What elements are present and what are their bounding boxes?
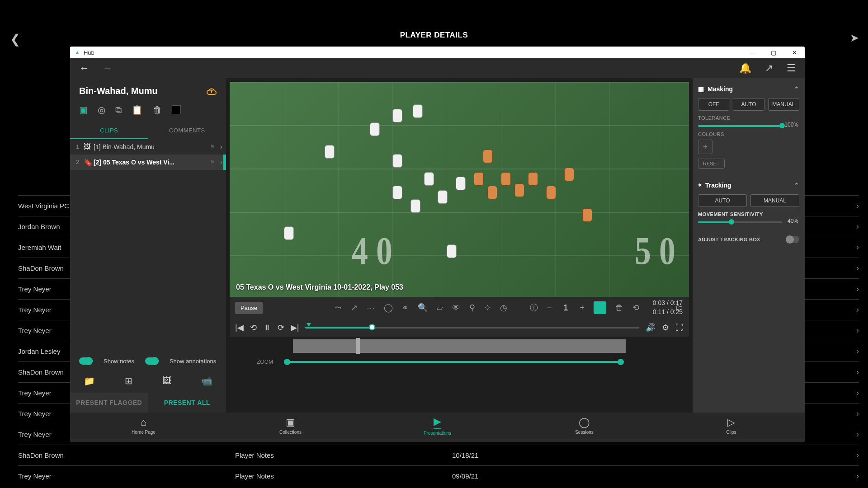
clip-label: [2] 05 Texas O vs West Vi... [94, 159, 205, 166]
window-close-button[interactable]: ✕ [784, 47, 805, 58]
share-button[interactable]: ➤ [850, 32, 859, 44]
present-flagged-button[interactable]: PRESENT FLAGGED [70, 393, 148, 413]
nav-home[interactable]: ⌂Home Page [70, 413, 217, 439]
add-image-icon[interactable]: 🖼 [162, 375, 171, 386]
paste-icon[interactable]: 📋 [132, 104, 143, 115]
player-note: Player Notes [235, 451, 452, 459]
nav-back-button[interactable]: ← [79, 62, 89, 74]
flag-icon[interactable]: ⚑ [210, 159, 216, 166]
target-icon[interactable]: ◎ [98, 104, 105, 115]
settings-gear-icon[interactable]: ⚙ [662, 323, 669, 333]
time-b: 0:11 / 0:25 [653, 308, 683, 317]
volume-button[interactable]: 🔊 [646, 323, 656, 333]
masking-collapse-icon[interactable]: ⌃ [794, 85, 799, 93]
tracking-manual-button[interactable]: MANUAL [750, 194, 799, 207]
tab-clips[interactable]: CLIPS [70, 122, 148, 139]
player-row[interactable]: Trey NeyerPlayer Notes09/09/21› [18, 465, 859, 486]
delete-icon[interactable]: 🗑 [153, 105, 162, 115]
toggle-show-annotations[interactable] [145, 357, 159, 365]
record-icon[interactable]: 📹 [201, 375, 212, 386]
flag-icon[interactable]: ⚑ [210, 143, 216, 150]
tracking-title: Tracking [705, 182, 731, 189]
nav-sessions[interactable]: ◯Sessions [511, 413, 658, 439]
chevron-right-icon: › [856, 201, 859, 211]
progress-bar[interactable] [305, 327, 639, 328]
timeline[interactable] [293, 339, 626, 353]
cloud-sync-icon[interactable] [206, 84, 217, 97]
chevron-right-icon: › [856, 347, 859, 356]
nav-forward-button[interactable]: → [103, 62, 113, 74]
clip-type-icon: 🔖 [84, 158, 94, 167]
zoom-knob-right[interactable] [618, 359, 624, 365]
masking-manual-button[interactable]: MANUAL [768, 98, 799, 111]
copy-icon[interactable]: ⧉ [115, 105, 122, 115]
present-all-button[interactable]: PRESENT ALL [148, 393, 226, 413]
player-row[interactable]: ShaDon BrownPlayer Notes10/18/21› [18, 445, 859, 465]
notifications-icon[interactable]: 🔔 [739, 62, 751, 74]
video-frame[interactable]: 4 0 5 0 [230, 82, 689, 297]
zoom-knob-left[interactable] [284, 359, 290, 365]
frame-plus-button[interactable]: + [580, 303, 585, 313]
rewind-button[interactable]: ⟲ [250, 323, 257, 333]
tool-spark-icon[interactable]: ✧ [484, 303, 491, 313]
tolerance-knob[interactable] [779, 123, 785, 128]
tolerance-slider[interactable]: 100% [698, 125, 782, 127]
color-picker[interactable] [594, 301, 606, 314]
clip-row[interactable]: 1🖼[1] Bin-Wahad, Mumu⚑› [70, 139, 226, 155]
tab-comments[interactable]: COMMENTS [148, 122, 226, 139]
zoom-label: ZOOM [257, 359, 273, 365]
masking-title: Masking [708, 85, 733, 93]
folder-icon[interactable]: 📁 [84, 375, 95, 386]
fullscreen-button[interactable]: ⛶ [675, 323, 684, 333]
prev-clip-button[interactable]: |◀ [235, 323, 244, 333]
tool-path-icon[interactable]: ⤳ [335, 303, 342, 313]
pause-chip[interactable]: Pause [235, 302, 263, 314]
menu-icon[interactable]: ☰ [787, 62, 796, 74]
next-clip-button[interactable]: ▶| [291, 323, 299, 333]
tracking-icon: ⌖ [698, 181, 702, 189]
window-maximize-button[interactable]: ▢ [763, 47, 784, 58]
frame-minus-button[interactable]: − [547, 303, 552, 313]
color-swatch[interactable] [172, 105, 181, 114]
adjust-box-toggle[interactable] [786, 236, 799, 243]
sensitivity-knob[interactable] [729, 219, 734, 225]
tool-info-icon[interactable]: ⓘ [530, 302, 538, 313]
tool-player-icon[interactable]: ⚲ [469, 303, 475, 313]
toggle-show-notes[interactable] [79, 357, 93, 365]
nav-presentations[interactable]: ▶Presentations [364, 413, 511, 439]
nav-collections[interactable]: ▣Collections [217, 413, 364, 439]
window-titlebar: ▲ Hub — ▢ ✕ [70, 47, 805, 58]
tool-rotate-icon[interactable]: ⟲ [632, 303, 639, 313]
tool-dashed-icon[interactable]: ⋯ [367, 303, 375, 313]
zoom-slider[interactable] [287, 361, 621, 363]
note-icon[interactable]: ▣ [79, 104, 88, 115]
forward-button[interactable]: ⟳ [278, 323, 284, 333]
yard-50: 5 0 [635, 229, 675, 274]
open-external-icon[interactable]: ↗ [765, 62, 773, 74]
tool-clock-icon[interactable]: ◷ [500, 303, 507, 313]
tool-eye-icon[interactable]: 👁 [452, 303, 460, 313]
chevron-right-icon: › [856, 305, 859, 314]
sensitivity-slider[interactable]: 40% [698, 221, 782, 223]
play-pause-button[interactable]: ⏸ [263, 323, 271, 333]
tool-trash-icon[interactable]: 🗑 [615, 303, 623, 313]
clip-row[interactable]: 2🔖[2] 05 Texas O vs West Vi...⚑› [70, 155, 226, 170]
clip-label: [1] Bin-Wahad, Mumu [94, 143, 205, 150]
tracking-collapse-icon[interactable]: ⌃ [794, 182, 799, 189]
masking-off-button[interactable]: OFF [698, 98, 729, 111]
reset-colours-button[interactable]: RESET [698, 159, 725, 169]
tool-zoom-icon[interactable]: 🔍 [418, 303, 428, 313]
tool-link-icon[interactable]: ⚭ [402, 303, 409, 313]
tool-polygon-icon[interactable]: ▱ [437, 303, 443, 313]
masking-auto-button[interactable]: AUTO [733, 98, 764, 111]
add-colour-button[interactable]: + [698, 140, 712, 154]
tool-ellipse-icon[interactable]: ◯ [384, 303, 393, 313]
progress-knob[interactable] [369, 324, 375, 330]
window-minimize-button[interactable]: — [742, 47, 763, 58]
tool-arrow-icon[interactable]: ↗ [351, 303, 358, 313]
sensitivity-label: MOVEMENT SENSITIVITY [698, 211, 799, 217]
tracking-auto-button[interactable]: AUTO [698, 194, 747, 207]
add-clip-icon[interactable]: ⊞ [125, 375, 132, 386]
nav-clips[interactable]: ▷Clips [658, 413, 805, 439]
timeline-cursor[interactable] [356, 338, 360, 354]
